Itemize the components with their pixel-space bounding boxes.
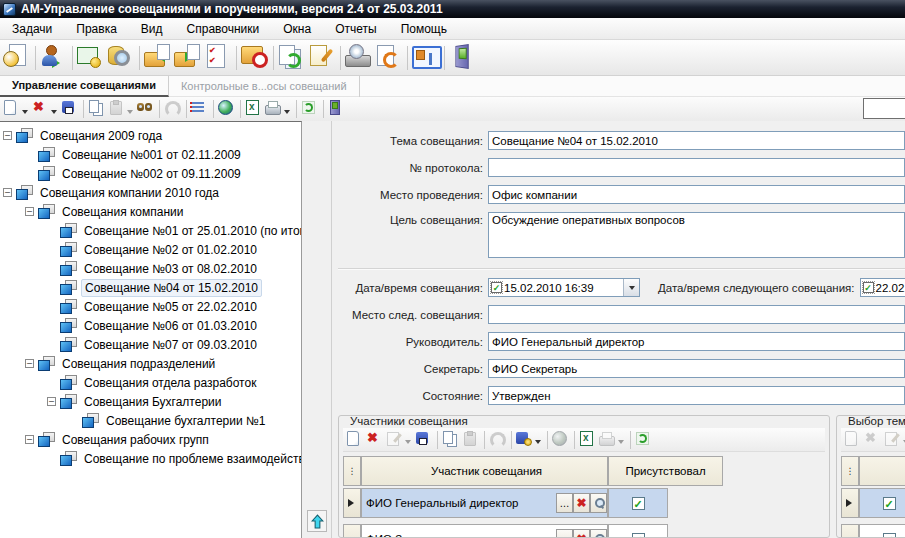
tree-item[interactable]: –Совещания компании 2010 года [0, 183, 301, 202]
tree-item[interactable]: Совещание №03 от 08.02.2010 [0, 259, 301, 278]
topic-input[interactable] [488, 131, 905, 150]
collapse-icon[interactable]: – [25, 435, 34, 444]
lookup-more-button[interactable]: … [556, 493, 573, 513]
tree-item[interactable]: Совещание №07 от 09.03.2010 [0, 335, 301, 354]
documents-sync-button[interactable] [277, 43, 307, 73]
tree-item[interactable]: Совещание по проблеме взаимодействи [0, 449, 301, 468]
manager-input[interactable] [488, 332, 905, 351]
paste-button[interactable] [107, 99, 127, 119]
save-rows-button[interactable] [414, 430, 434, 450]
delete-dropdown[interactable] [51, 110, 57, 117]
tree-item[interactable]: Совещания отдела разработок [0, 373, 301, 392]
export-excel-button[interactable] [244, 99, 264, 119]
table-data-button[interactable] [76, 43, 106, 73]
tree-item[interactable]: –Совещания Бухгалтерии [0, 392, 301, 411]
paste-dropdown[interactable] [127, 110, 133, 117]
search-value-button[interactable] [590, 493, 607, 513]
copy-button[interactable] [87, 99, 107, 119]
menu-references[interactable]: Справочники [175, 19, 272, 39]
print-rows-button[interactable] [598, 430, 618, 450]
quick-search-input[interactable] [863, 98, 905, 119]
undo-row-button[interactable] [488, 430, 508, 450]
paste-row-button[interactable] [461, 430, 481, 450]
new-document-button[interactable] [2, 99, 22, 119]
next-datetime-picker[interactable]: ✓ 22.02.201 [860, 278, 905, 297]
tree-item[interactable]: –Совещания подразделений [0, 354, 301, 373]
save-export-button[interactable] [515, 430, 535, 450]
tree-item[interactable]: –Совещания 2009 года [0, 126, 301, 145]
location-input[interactable] [488, 185, 905, 204]
refresh-rows-button[interactable] [634, 430, 654, 450]
next-location-input[interactable] [488, 305, 905, 324]
clear-value-button[interactable]: ✖ [573, 493, 590, 513]
panel-splitter[interactable] [302, 121, 332, 538]
secretary-input[interactable] [488, 359, 905, 378]
search-value-button[interactable] [590, 529, 607, 538]
new-row-button[interactable] [345, 430, 365, 450]
menu-tasks[interactable]: Задачи [0, 19, 64, 39]
print-button[interactable] [264, 99, 284, 119]
delete-button[interactable]: ✖ [31, 99, 51, 119]
new-document-dropdown[interactable] [22, 110, 28, 117]
user-switch-button[interactable] [39, 43, 69, 73]
globe-button[interactable] [551, 430, 571, 450]
participant-cell[interactable]: ФИО Генеральный директор …✖ [361, 488, 608, 518]
topic-checkbox[interactable]: ✓ [883, 497, 896, 510]
menu-view[interactable]: Вид [129, 19, 175, 39]
present-checkbox[interactable]: ✓ [632, 533, 645, 538]
collapse-icon[interactable]: – [3, 188, 12, 197]
collapse-icon[interactable]: – [25, 207, 34, 216]
participant-row[interactable]: ФИО Генеральный директор …✖ ✓ [343, 488, 825, 518]
document-edit-button[interactable] [307, 43, 337, 73]
next-datetime-checkbox[interactable]: ✓ [863, 282, 874, 293]
present-cell[interactable]: ✓ [608, 524, 668, 538]
tree-item-selected[interactable]: Совещание №04 от 15.02.2010 [0, 278, 301, 297]
edit-row-button[interactable] [385, 430, 405, 450]
excel-button[interactable] [578, 430, 598, 450]
folder-import-button[interactable] [143, 43, 173, 73]
protocol-input[interactable] [488, 158, 905, 177]
new-topic-button[interactable] [843, 430, 863, 450]
collapse-icon[interactable]: – [25, 359, 34, 368]
save-export-dropdown[interactable] [535, 440, 541, 447]
tree-item[interactable]: –Совещания рабочих групп [0, 430, 301, 449]
tree-item[interactable]: Совещание №002 от 09.11.2009 [0, 164, 301, 183]
column-header-present[interactable]: Присутствовал [608, 456, 723, 486]
datetime-checkbox[interactable]: ✓ [491, 282, 502, 293]
collapse-icon[interactable]: – [47, 397, 56, 406]
participant-cell[interactable]: ФИО Заместитель генерального …✖ [361, 524, 608, 538]
delete-topic-button[interactable]: ✖ [863, 430, 883, 450]
menu-help[interactable]: Помощь [389, 19, 459, 39]
print-dropdown[interactable] [284, 110, 290, 117]
lookup-more-button[interactable]: … [556, 529, 573, 538]
datetime-dropdown[interactable] [623, 279, 639, 296]
goal-textarea[interactable]: Обсуждение оперативных вопросов [488, 212, 905, 258]
folder-alarm-button[interactable] [240, 43, 270, 73]
row-selector[interactable] [343, 488, 361, 518]
tree-item[interactable]: Совещание бухгалтерии №1 [0, 411, 301, 430]
tree-item[interactable]: Совещание №06 от 01.03.2010 [0, 316, 301, 335]
status-input[interactable] [488, 386, 905, 405]
delete-row-button[interactable]: ✖ [365, 430, 385, 450]
menu-edit[interactable]: Правка [64, 19, 129, 39]
copy-row-button[interactable] [441, 430, 461, 450]
sort-list-button[interactable] [190, 99, 210, 119]
topic-checkbox-cell[interactable]: ✓ [859, 488, 905, 518]
tree-item[interactable]: Совещание №01 от 25.01.2010 (по итогам [0, 221, 301, 240]
refresh-button[interactable] [300, 99, 320, 119]
clear-value-button[interactable]: ✖ [573, 529, 590, 538]
participant-row[interactable]: ФИО Заместитель генерального …✖ ✓ [343, 524, 825, 538]
row-selector[interactable] [841, 524, 859, 538]
collapse-panel-button[interactable] [307, 510, 327, 532]
edit-topic-button[interactable] [883, 430, 903, 450]
row-selector[interactable] [841, 488, 859, 518]
tab-control-questions[interactable]: Контрольные в...осы совещаний [169, 76, 360, 97]
tree-item[interactable]: Совещание №001 от 02.11.2009 [0, 145, 301, 164]
topic-row[interactable]: ✓ [841, 524, 905, 538]
menu-reports[interactable]: Отчеты [323, 19, 388, 39]
folder-export-button[interactable] [173, 43, 203, 73]
topic-checkbox[interactable]: ✓ [883, 533, 896, 538]
tab-meeting-management[interactable]: Управление совещаниями [0, 76, 169, 97]
timer-report-button[interactable] [2, 43, 32, 73]
tree-item[interactable]: –Совещания компании [0, 202, 301, 221]
